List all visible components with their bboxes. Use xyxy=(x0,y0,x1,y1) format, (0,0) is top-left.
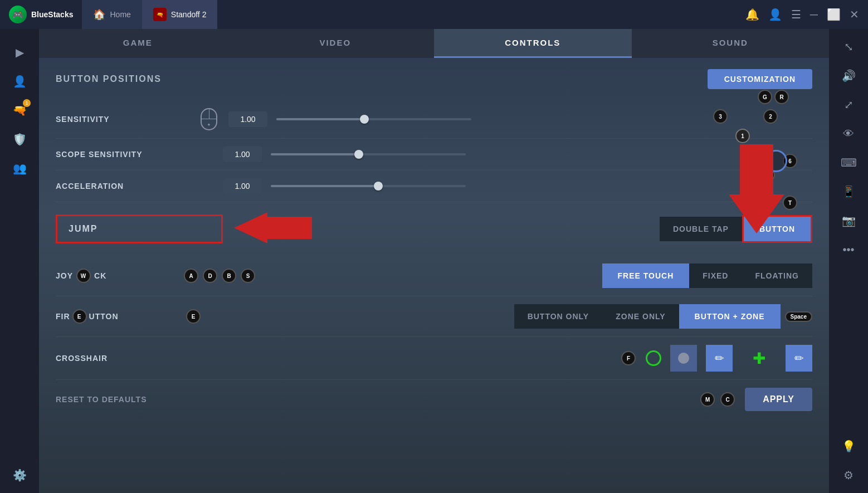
nav-tabs: GAME VIDEO CONTROLS SOUND xyxy=(39,29,829,58)
scope-sensitivity-label: SCOPE SENSITIVITY xyxy=(56,150,178,159)
jump-label: JUMP xyxy=(69,224,97,234)
sensitivity-label: SENSITIVITY xyxy=(56,115,178,124)
svg-marker-0 xyxy=(234,212,312,243)
d-key: D xyxy=(203,269,217,283)
f-key: F xyxy=(621,351,636,365)
right-expand2-icon[interactable]: ⤢ xyxy=(836,92,861,117)
acceleration-label: ACCELERATION xyxy=(56,182,178,191)
right-volume-icon[interactable]: 🔊 xyxy=(836,64,861,88)
sidebar-settings-icon[interactable]: ⚙️ xyxy=(7,463,32,487)
crosshair-edit-button[interactable]: ✏ xyxy=(706,345,733,372)
title-bar-controls: 🔔 👤 ☰ ─ ⬜ ✕ xyxy=(745,8,868,21)
bottom-row: RESET TO DEFAULTS M C APPLY xyxy=(56,380,812,419)
content-area: BUTTON POSITIONS CUSTOMIZATION SENSITIVI… xyxy=(39,58,829,493)
sidebar-gun-icon[interactable]: 🔫 1 xyxy=(7,98,32,123)
right-keyboard-icon[interactable]: ⌨ xyxy=(836,150,861,175)
joystick-row: JOY W CK A D B S FREE TOUCH xyxy=(56,256,812,296)
sidebar-shield-icon[interactable]: 🛡️ xyxy=(7,127,32,152)
crosshair-plus-icon: ✚ xyxy=(753,349,765,368)
logo-icon: 🎮 xyxy=(9,6,27,23)
notification-icon[interactable]: 🔔 xyxy=(745,8,759,21)
tab-game[interactable]: GAME xyxy=(39,29,237,58)
profile-icon[interactable]: 👤 xyxy=(768,8,782,21)
minimize-button[interactable]: ─ xyxy=(810,8,818,21)
fire-options: BUTTON ONLY ZONE ONLY BUTTON + ZONE Spac… xyxy=(514,304,812,329)
w-key: W xyxy=(76,269,91,283)
button-option[interactable]: BUTTON xyxy=(742,215,812,243)
fixed-option[interactable]: FIXED xyxy=(689,263,742,288)
floating-option[interactable]: FLOATING xyxy=(742,263,812,288)
sensitivity-value: 1.00 xyxy=(228,111,267,127)
s-key: S xyxy=(241,269,255,283)
b-key: B xyxy=(222,269,236,283)
button-only-option[interactable]: BUTTON ONLY xyxy=(514,304,603,329)
right-expand-icon[interactable]: ⤡ xyxy=(836,35,861,59)
tab-home[interactable]: 🏠 Home xyxy=(82,0,142,29)
menu-icon[interactable]: ☰ xyxy=(791,8,801,21)
fire-button-row: FIR E UTTON E BUTTON ONLY ZONE ONLY xyxy=(56,296,812,337)
joystick-label: JOY W CK xyxy=(56,267,178,284)
c-key: C xyxy=(720,392,735,407)
app-name: BlueStacks xyxy=(31,10,73,19)
right-eye-icon[interactable]: 👁 xyxy=(836,121,861,146)
crosshair-zone-icon xyxy=(670,345,697,372)
jump-row: JUMP DOUBLE TAP xyxy=(56,202,812,256)
right-phone-icon[interactable]: 📱 xyxy=(836,179,861,204)
button-zone-option[interactable]: BUTTON + ZONE xyxy=(679,304,781,329)
right-sidebar: ⤡ 🔊 ⤢ 👁 ⌨ 📱 📷 ••• 💡 ⚙ ← xyxy=(829,29,868,493)
scope-slider[interactable] xyxy=(271,153,466,155)
a-key: A xyxy=(184,269,198,283)
acceleration-slider[interactable] xyxy=(271,185,466,187)
sensitivity-slider-container: 1.00 xyxy=(228,111,812,127)
crosshair-controls: F ✏ ✚ ✏ xyxy=(620,345,812,372)
customization-button[interactable]: CUSTOMIZATION xyxy=(708,69,812,89)
sidebar-play-icon[interactable]: ▶ xyxy=(7,40,32,65)
joystick-keys: A D B S xyxy=(183,267,256,284)
left-arrow-icon xyxy=(234,212,312,246)
restore-button[interactable]: ⬜ xyxy=(827,8,841,21)
reset-label[interactable]: RESET TO DEFAULTS xyxy=(56,395,147,404)
zone-only-option[interactable]: ZONE ONLY xyxy=(602,304,679,329)
jump-box: JUMP xyxy=(56,214,223,243)
free-touch-option[interactable]: FREE TOUCH xyxy=(602,263,690,288)
e-key2: E xyxy=(186,309,201,324)
game-tab-label: Standoff 2 xyxy=(171,10,207,19)
sensitivity-row: SENSITIVITY ● 1.00 xyxy=(56,100,812,139)
fire-keys: E xyxy=(185,308,202,325)
scope-sensitivity-row: SCOPE SENSITIVITY 1.00 xyxy=(56,139,812,170)
close-button[interactable]: ✕ xyxy=(850,8,859,21)
sidebar-group-icon[interactable]: 👥 xyxy=(7,156,32,180)
tab-controls[interactable]: CONTROLS xyxy=(434,29,632,58)
mouse-icon: ● xyxy=(189,108,217,130)
acceleration-row: ACCELERATION 1.00 xyxy=(56,170,812,202)
e-key: E xyxy=(72,309,87,324)
scope-slider-container: 1.00 xyxy=(223,147,812,162)
title-bar: 🎮 BlueStacks 🏠 Home 🔫 Standoff 2 🔔 👤 ☰ ─… xyxy=(0,0,868,29)
gun-badge: 1 xyxy=(23,99,31,107)
space-key: Space xyxy=(785,311,812,322)
apply-button[interactable]: APPLY xyxy=(745,388,812,411)
sidebar-profile-icon[interactable]: 👤 xyxy=(7,69,32,94)
acceleration-value: 1.00 xyxy=(223,178,262,194)
section-title: BUTTON POSITIONS xyxy=(56,74,162,84)
crosshair-row: CROSSHAIR F ✏ ✚ ✏ xyxy=(56,337,812,380)
home-tab-label: Home xyxy=(110,10,130,19)
double-tap-option[interactable]: DOUBLE TAP xyxy=(660,217,742,241)
right-cog-icon[interactable]: ⚙ xyxy=(836,463,861,487)
crosshair-circle xyxy=(646,350,661,366)
right-more-icon[interactable]: ••• xyxy=(836,237,861,262)
main-content: GAME VIDEO CONTROLS SOUND BUTTON POSITIO… xyxy=(39,29,829,493)
crosshair-label: CROSSHAIR xyxy=(56,354,178,363)
acceleration-slider-container: 1.00 xyxy=(223,178,812,194)
app-logo: 🎮 BlueStacks xyxy=(0,6,82,23)
left-sidebar: ▶ 👤 🔫 1 🛡️ 👥 ⚙️ ✉️ xyxy=(0,29,39,493)
section-header: BUTTON POSITIONS CUSTOMIZATION xyxy=(56,69,812,89)
sensitivity-slider[interactable] xyxy=(276,118,471,120)
right-lightbulb-icon[interactable]: 💡 xyxy=(836,434,861,458)
right-camera-icon[interactable]: 📷 xyxy=(836,208,861,233)
tab-video[interactable]: VIDEO xyxy=(237,29,435,58)
crosshair-edit2-button[interactable]: ✏ xyxy=(786,345,812,372)
tab-sound[interactable]: SOUND xyxy=(632,29,830,58)
game-icon: 🔫 xyxy=(153,8,167,21)
tab-standoff2[interactable]: 🔫 Standoff 2 xyxy=(142,0,218,29)
